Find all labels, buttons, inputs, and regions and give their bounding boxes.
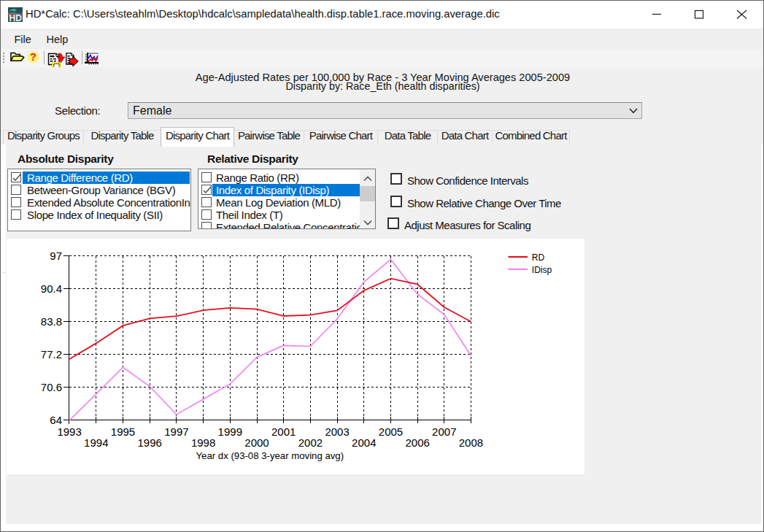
svg-text:2000: 2000: [244, 436, 269, 449]
svg-text:RD: RD: [532, 252, 545, 263]
svg-text:2004: 2004: [352, 436, 376, 449]
svg-text:1994: 1994: [84, 436, 108, 449]
svg-text:1993: 1993: [57, 425, 81, 438]
svg-text:1995: 1995: [111, 425, 135, 438]
svg-text:77.2: 77.2: [41, 348, 62, 361]
svg-text:2005: 2005: [379, 425, 403, 438]
svg-text:HD: HD: [9, 13, 22, 22]
svg-text:64: 64: [50, 414, 62, 426]
svg-text:2001: 2001: [271, 425, 296, 438]
svg-text:1997: 1997: [164, 425, 188, 438]
svg-text:97: 97: [50, 250, 62, 262]
svg-text:2007: 2007: [432, 425, 456, 438]
svg-text:83.8: 83.8: [41, 315, 62, 328]
svg-text:2008: 2008: [459, 436, 483, 449]
svg-text:2003: 2003: [325, 425, 349, 438]
svg-text:1999: 1999: [218, 425, 242, 438]
svg-text:70.6: 70.6: [41, 381, 62, 393]
svg-text:1996: 1996: [138, 436, 162, 449]
svg-text:Year dx (93-08 3-year moving a: Year dx (93-08 3-year moving avg): [196, 450, 344, 461]
svg-text:?: ?: [30, 51, 36, 63]
svg-text:2006: 2006: [406, 436, 430, 449]
svg-text:1998: 1998: [191, 436, 215, 449]
svg-text:IDisp: IDisp: [532, 265, 552, 275]
svg-text:90.4: 90.4: [41, 282, 62, 295]
svg-text:2002: 2002: [298, 436, 323, 449]
